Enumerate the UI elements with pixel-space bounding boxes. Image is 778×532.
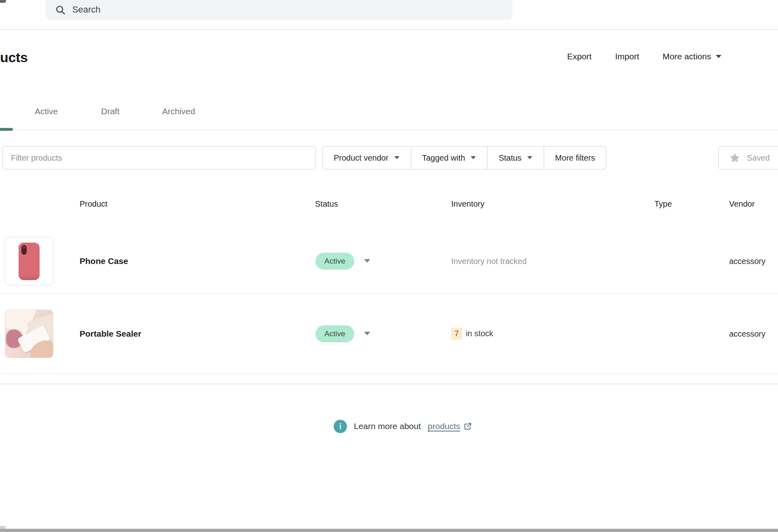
export-button[interactable]: Export (567, 52, 592, 61)
import-label: Import (615, 52, 639, 61)
more-filters-label: More filters (555, 153, 595, 163)
column-header-type: Type (654, 199, 672, 209)
chevron-down-icon (394, 156, 400, 160)
column-header-product: Product (80, 199, 107, 209)
product-name[interactable]: Phone Case (80, 256, 128, 266)
chevron-down-icon (470, 156, 476, 160)
product-vendor-label: Product vendor (334, 153, 389, 163)
scrollbar-corner (0, 526, 6, 529)
tagged-with-filter-button[interactable]: Tagged with (411, 146, 488, 170)
chevron-down-icon (715, 54, 722, 59)
inventory-cell: Inventory not tracked (451, 257, 527, 266)
footer-help-text: Learn more about (354, 421, 421, 431)
phone-camera-art (21, 245, 27, 255)
external-link-icon (463, 422, 472, 431)
product-row-phone-case[interactable]: Phone Case Active Inventory not tracked … (0, 229, 778, 293)
chevron-down-icon (527, 156, 533, 160)
inventory-count-suffix: in stock (466, 329, 493, 338)
search-placeholder-text: Search (72, 4, 101, 15)
status-badge: Active (315, 253, 354, 270)
footer-help: i Learn more about products (334, 417, 472, 435)
status-badge-label: Active (324, 257, 345, 266)
sealer-image-art (5, 310, 53, 358)
status-disclosure-button[interactable] (362, 330, 372, 338)
saved-filters-button[interactable]: Saved (718, 146, 778, 170)
status-badge: Active (315, 325, 354, 342)
status-badge-label: Active (324, 329, 345, 338)
column-header-status: Status (315, 199, 338, 209)
tab-archived[interactable]: Archived (150, 93, 207, 130)
status-filter-label: Status (498, 153, 521, 163)
tab-archived-label: Archived (162, 107, 195, 116)
inventory-cell: 7 in stock (451, 328, 493, 340)
products-page: Search ucts Export Import More actions A… (0, 0, 778, 532)
search-icon (55, 4, 66, 15)
products-help-link[interactable]: products (428, 421, 473, 431)
inventory-count-highlight: 7 (451, 328, 462, 340)
page-title: ucts (0, 50, 28, 65)
status-filter-button[interactable]: Status (488, 146, 544, 170)
product-vendor-filter-button[interactable]: Product vendor (322, 146, 411, 170)
tab-active[interactable]: Active (27, 93, 65, 130)
product-row-portable-sealer[interactable]: Portable Sealer Active 7 in stock access… (0, 293, 778, 374)
tab-draft-label: Draft (101, 107, 120, 116)
product-thumbnail-phone-case (5, 237, 53, 285)
products-link-label: products (428, 421, 460, 431)
global-search-input[interactable]: Search (46, 0, 512, 20)
product-thumbnail-portable-sealer (5, 310, 53, 358)
page-header-actions: Export Import More actions (567, 52, 722, 61)
selected-tab-indicator (0, 128, 13, 131)
chevron-down-icon (364, 331, 371, 336)
vendor-cell: accessory (729, 329, 765, 338)
export-label: Export (567, 52, 592, 61)
filter-toolbar: Product vendor Tagged with Status More f… (0, 146, 778, 170)
filter-button-group: Product vendor Tagged with Status More f… (322, 146, 606, 170)
tab-bar: Active Draft Archived (0, 93, 778, 130)
horizontal-scrollbar[interactable] (0, 529, 778, 532)
tagged-with-label: Tagged with (422, 153, 465, 163)
import-button[interactable]: Import (615, 52, 639, 61)
saved-label: Saved (747, 153, 770, 163)
column-header-inventory: Inventory (451, 199, 484, 209)
table-header-row: Product Status Inventory Type Vendor (0, 190, 778, 218)
phone-case-image-art (19, 243, 40, 280)
more-actions-button[interactable]: More actions (662, 52, 722, 61)
chevron-down-icon (364, 259, 371, 264)
status-disclosure-button[interactable] (362, 257, 372, 265)
vendor-cell: accessory (729, 257, 765, 266)
cutoff-logo-fragment (0, 0, 6, 3)
more-filters-button[interactable]: More filters (544, 146, 606, 170)
column-header-vendor: Vendor (729, 199, 755, 209)
topbar-divider (0, 29, 778, 30)
card-bottom-edge (0, 383, 778, 384)
tab-active-label: Active (35, 107, 58, 116)
more-actions-label: More actions (662, 52, 711, 61)
info-icon: i (334, 420, 347, 433)
filter-products-input[interactable] (2, 146, 316, 170)
product-name[interactable]: Portable Sealer (80, 329, 141, 339)
star-icon (729, 152, 741, 164)
tab-draft[interactable]: Draft (92, 93, 128, 130)
